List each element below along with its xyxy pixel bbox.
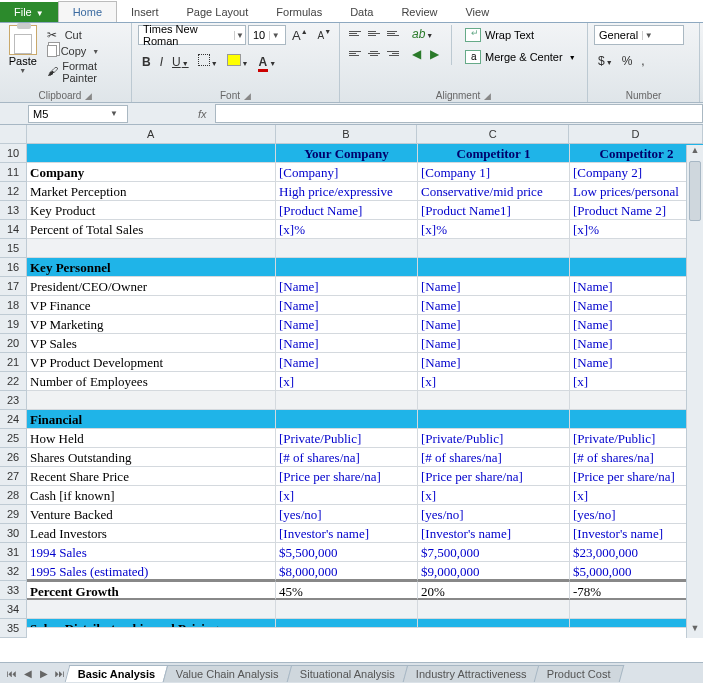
cell[interactable] xyxy=(570,410,703,429)
row-header[interactable]: 22 xyxy=(0,372,27,391)
cell[interactable]: [yes/no] xyxy=(276,505,418,524)
cell[interactable] xyxy=(418,410,570,429)
cell[interactable]: $5,500,000 xyxy=(276,543,418,562)
cell[interactable]: High price/expressive xyxy=(276,182,418,201)
sheet-tab[interactable]: Product Cost xyxy=(534,665,624,682)
copy-button[interactable]: Copy▼ xyxy=(44,44,125,58)
cell[interactable] xyxy=(27,391,276,410)
shrink-font-button[interactable]: A▼ xyxy=(314,26,336,44)
cell[interactable] xyxy=(570,391,703,410)
row-header[interactable]: 28 xyxy=(0,486,27,505)
cell[interactable]: Financial xyxy=(27,410,276,429)
cell[interactable] xyxy=(27,600,276,619)
cell[interactable]: [Name] xyxy=(570,296,703,315)
fx-label[interactable]: fx xyxy=(192,108,213,120)
row-header[interactable]: 27 xyxy=(0,467,27,486)
cell[interactable] xyxy=(418,600,570,619)
cell[interactable]: Your Company xyxy=(276,144,418,163)
cell[interactable]: VP Marketing xyxy=(27,315,276,334)
cell[interactable]: [x] xyxy=(418,372,570,391)
ribbon-tab-formulas[interactable]: Formulas xyxy=(262,2,336,22)
cell[interactable]: [x]% xyxy=(418,220,570,239)
fill-color-button[interactable]: ▼ xyxy=(223,52,253,71)
cell[interactable]: 1994 Sales xyxy=(27,543,276,562)
column-header[interactable]: B xyxy=(276,125,418,144)
scroll-down-icon[interactable]: ▼ xyxy=(687,623,703,638)
cell[interactable]: [x] xyxy=(276,372,418,391)
cell[interactable]: [yes/no] xyxy=(570,505,703,524)
row-header[interactable]: 31 xyxy=(0,543,27,562)
cell[interactable]: Company xyxy=(27,163,276,182)
row-header[interactable]: 35 xyxy=(0,619,27,638)
align-top-button[interactable] xyxy=(346,25,364,41)
worksheet-grid[interactable]: A B C D 10111213141516171819202122232425… xyxy=(0,125,703,659)
cell[interactable]: [x] xyxy=(570,372,703,391)
cell[interactable]: Cash [if known] xyxy=(27,486,276,505)
cell[interactable]: VP Sales xyxy=(27,334,276,353)
cell[interactable]: [# of shares/na] xyxy=(570,448,703,467)
row-header[interactable]: 32 xyxy=(0,562,27,581)
select-all-corner[interactable] xyxy=(0,125,27,144)
cell[interactable]: [Investor's name] xyxy=(276,524,418,543)
cell[interactable]: [# of shares/na] xyxy=(418,448,570,467)
cell[interactable]: Lead Investors xyxy=(27,524,276,543)
number-format-combo[interactable]: General▼ xyxy=(594,25,684,45)
cell[interactable]: [x] xyxy=(276,486,418,505)
ribbon-tab-view[interactable]: View xyxy=(451,2,503,22)
cell[interactable] xyxy=(276,258,418,277)
cell[interactable]: $23,000,000 xyxy=(570,543,703,562)
cell[interactable]: [Private/Public] xyxy=(418,429,570,448)
row-header[interactable]: 13 xyxy=(0,201,27,220)
cell[interactable]: -78% xyxy=(570,581,703,600)
sheet-nav-next-icon[interactable]: ▶ xyxy=(36,668,52,679)
cell[interactable]: [Private/Public] xyxy=(570,429,703,448)
align-middle-button[interactable] xyxy=(365,25,383,41)
cell[interactable]: VP Finance xyxy=(27,296,276,315)
formula-input[interactable] xyxy=(215,104,703,123)
row-header[interactable]: 11 xyxy=(0,163,27,182)
cell[interactable]: [x]% xyxy=(570,220,703,239)
scroll-up-icon[interactable]: ▲ xyxy=(687,145,703,160)
cell[interactable] xyxy=(570,239,703,258)
cell[interactable]: [Investor's name] xyxy=(418,524,570,543)
cell[interactable] xyxy=(418,391,570,410)
italic-button[interactable]: I xyxy=(156,53,167,71)
row-header[interactable]: 17 xyxy=(0,277,27,296)
sheet-tab[interactable]: Industry Attractiveness xyxy=(402,665,539,682)
cell[interactable]: [Name] xyxy=(276,296,418,315)
dialog-launcher-icon[interactable]: ◢ xyxy=(85,91,92,101)
name-box-input[interactable] xyxy=(29,106,107,122)
cell[interactable] xyxy=(570,258,703,277)
chevron-down-icon[interactable]: ▼ xyxy=(269,31,281,40)
cell[interactable]: [x] xyxy=(418,486,570,505)
decrease-indent-button[interactable]: ◀ xyxy=(408,45,425,63)
currency-button[interactable]: $▼ xyxy=(594,52,617,70)
row-header[interactable]: 12 xyxy=(0,182,27,201)
cut-button[interactable]: Cut xyxy=(44,27,125,43)
cell[interactable]: [Name] xyxy=(570,277,703,296)
cell[interactable]: [Name] xyxy=(276,315,418,334)
cell[interactable]: [Private/Public] xyxy=(276,429,418,448)
align-center-button[interactable] xyxy=(365,45,383,61)
cell[interactable]: [Name] xyxy=(418,334,570,353)
row-header[interactable]: 10 xyxy=(0,144,27,163)
wrap-text-button[interactable]: Wrap Text xyxy=(460,25,581,45)
cell[interactable]: [Price per share/na] xyxy=(570,467,703,486)
sheet-tab[interactable]: Situational Analysis xyxy=(287,665,408,682)
cell[interactable]: [Product Name 2] xyxy=(570,201,703,220)
cell[interactable]: Key Personnel xyxy=(27,258,276,277)
row-header[interactable]: 30 xyxy=(0,524,27,543)
ribbon-tab-data[interactable]: Data xyxy=(336,2,387,22)
paste-button[interactable]: Paste ▼ xyxy=(6,25,40,74)
cell[interactable]: [Name] xyxy=(570,353,703,372)
sheet-tab[interactable]: Value Chain Analysis xyxy=(163,665,292,682)
align-left-button[interactable] xyxy=(346,45,364,61)
cell[interactable] xyxy=(570,619,703,628)
cell[interactable]: How Held xyxy=(27,429,276,448)
column-header[interactable]: C xyxy=(417,125,569,144)
cell[interactable]: [Company 1] xyxy=(418,163,570,182)
comma-button[interactable]: , xyxy=(637,52,648,70)
cell[interactable]: [Name] xyxy=(418,277,570,296)
cell[interactable]: [Company 2] xyxy=(570,163,703,182)
cell[interactable]: Shares Outstanding xyxy=(27,448,276,467)
